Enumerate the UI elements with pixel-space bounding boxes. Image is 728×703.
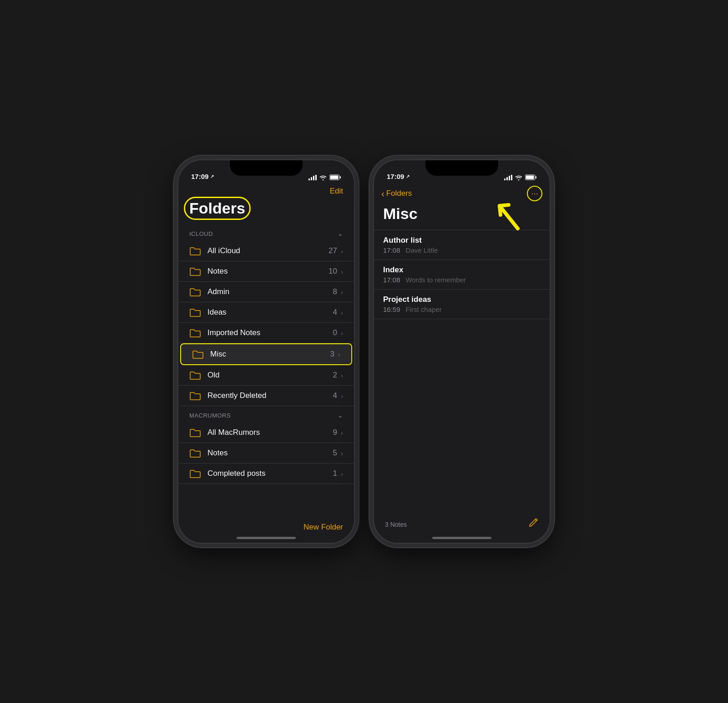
folder-name: Ideas	[207, 308, 333, 317]
folder-item-ideas[interactable]: Ideas 4 ›	[178, 302, 354, 323]
folder-count: 0	[333, 328, 337, 337]
folder-count: 4	[333, 391, 337, 400]
wifi-icon-2	[515, 175, 522, 180]
signal-icon-2	[504, 175, 512, 180]
svg-rect-13	[526, 176, 534, 179]
chevron-right-icon: ›	[341, 268, 343, 275]
new-folder-container: New Folder	[303, 523, 343, 532]
note-title: Project ideas	[383, 295, 541, 304]
home-indicator-2	[432, 537, 491, 539]
folder-count: 10	[329, 267, 337, 276]
folders-nav: Edit	[178, 183, 354, 198]
back-label: Folders	[386, 189, 412, 198]
folder-icon	[189, 307, 201, 317]
svg-rect-5	[340, 176, 341, 178]
folder-count: 3	[330, 350, 334, 359]
folder-name: Notes	[207, 267, 329, 276]
folder-item-notes-mac[interactable]: Notes 5 ›	[178, 443, 354, 464]
folder-count: 1	[333, 469, 337, 478]
time-display: 17:09	[191, 173, 208, 180]
back-chevron-icon: ‹	[381, 188, 384, 199]
arrow-annotation	[490, 192, 527, 235]
icloud-section-header: ICLOUD ⌄	[178, 224, 354, 241]
folder-count: 2	[333, 371, 337, 380]
icloud-chevron-icon[interactable]: ⌄	[338, 230, 343, 237]
page-title: Folders	[189, 199, 245, 217]
note-time: 16:59	[383, 306, 400, 313]
compose-button[interactable]	[527, 517, 539, 532]
macrumors-label: MACRUMORS	[189, 412, 231, 419]
svg-rect-7	[504, 178, 506, 180]
folder-item-recently-deleted[interactable]: Recently Deleted 4 ›	[178, 386, 354, 406]
folder-icon	[189, 370, 201, 380]
status-time-1: 17:09 ↗	[191, 173, 214, 180]
macrumors-chevron-icon[interactable]: ⌄	[338, 412, 343, 419]
chevron-right-icon: ›	[341, 429, 343, 437]
back-button[interactable]: ‹ Folders	[381, 188, 412, 199]
phone-2: 17:09 ↗	[373, 159, 551, 544]
home-indicator	[237, 537, 296, 539]
status-time-2: 17:09 ↗	[387, 173, 410, 180]
ellipsis-icon: ···	[531, 189, 538, 199]
folder-count: 9	[333, 428, 337, 437]
chevron-right-icon: ›	[341, 470, 343, 478]
folder-count: 8	[333, 287, 337, 296]
folder-item-imported[interactable]: Imported Notes 0 ›	[178, 323, 354, 343]
folder-icon	[189, 266, 201, 276]
chevron-right-icon: ›	[338, 351, 340, 358]
edit-button[interactable]: Edit	[330, 187, 343, 196]
battery-icon	[329, 174, 341, 180]
note-preview: Words to remember	[406, 276, 466, 284]
time-display-2: 17:09	[387, 173, 404, 180]
folder-count: 4	[333, 308, 337, 317]
folder-icon	[192, 349, 204, 359]
folder-icon	[189, 448, 201, 458]
misc-screen: 17:09 ↗	[374, 160, 550, 543]
title-highlight	[184, 197, 251, 220]
chevron-right-icon: ›	[341, 309, 343, 316]
folder-item-completed[interactable]: Completed posts 1 ›	[178, 464, 354, 484]
folder-item-old[interactable]: Old 2 ›	[178, 365, 354, 386]
svg-rect-3	[315, 175, 317, 180]
notch	[230, 160, 303, 176]
folder-item-allicloud[interactable]: All iCloud 27 ›	[178, 241, 354, 261]
svg-rect-12	[536, 176, 536, 178]
svg-rect-2	[313, 176, 314, 180]
phone-1: 17:09 ↗	[177, 159, 355, 544]
notes-list: Author list 17:08 Dave Little Index 17:0…	[374, 230, 550, 319]
folder-name: All MacRumors	[207, 428, 333, 437]
folder-icon	[189, 246, 201, 256]
status-icons-2	[504, 174, 537, 180]
folder-item-admin[interactable]: Admin 8 ›	[178, 282, 354, 302]
svg-rect-1	[311, 177, 312, 180]
folder-name: All iCloud	[207, 246, 329, 255]
icloud-folder-list: All iCloud 27 › Notes 10 › Admin 8 ›	[178, 241, 354, 406]
notch-2	[425, 160, 498, 176]
macrumors-section-header: MACRUMORS ⌄	[178, 406, 354, 423]
folder-name: Recently Deleted	[207, 391, 333, 400]
more-button[interactable]: ···	[527, 186, 542, 201]
folder-item-allmacrumors[interactable]: All MacRumors 9 ›	[178, 423, 354, 443]
svg-rect-9	[509, 176, 510, 180]
folder-item-notes[interactable]: Notes 10 ›	[178, 261, 354, 282]
folder-icon	[189, 391, 201, 401]
note-time: 17:08	[383, 246, 400, 254]
status-icons-1	[308, 174, 341, 180]
folders-screen: 17:09 ↗	[178, 160, 354, 543]
new-folder-button[interactable]: New Folder	[303, 523, 343, 531]
location-icon-2: ↗	[406, 174, 410, 179]
folder-item-misc[interactable]: Misc 3 ›	[180, 343, 352, 365]
folder-name: Imported Notes	[207, 328, 333, 337]
signal-icon	[308, 175, 317, 180]
note-item-project-ideas[interactable]: Project ideas 16:59 First chaper	[374, 290, 550, 319]
misc-footer: 3 Notes	[374, 517, 550, 532]
folder-icon	[189, 428, 201, 438]
note-meta: 17:08 Words to remember	[383, 276, 541, 284]
macrumors-folder-list: All MacRumors 9 › Notes 5 › Completed po…	[178, 423, 354, 484]
folder-icon	[189, 328, 201, 338]
note-item-index[interactable]: Index 17:08 Words to remember	[374, 260, 550, 290]
svg-rect-0	[308, 178, 310, 180]
folder-name: Admin	[207, 287, 333, 296]
note-title: Author list	[383, 236, 541, 245]
chevron-right-icon: ›	[341, 247, 343, 255]
